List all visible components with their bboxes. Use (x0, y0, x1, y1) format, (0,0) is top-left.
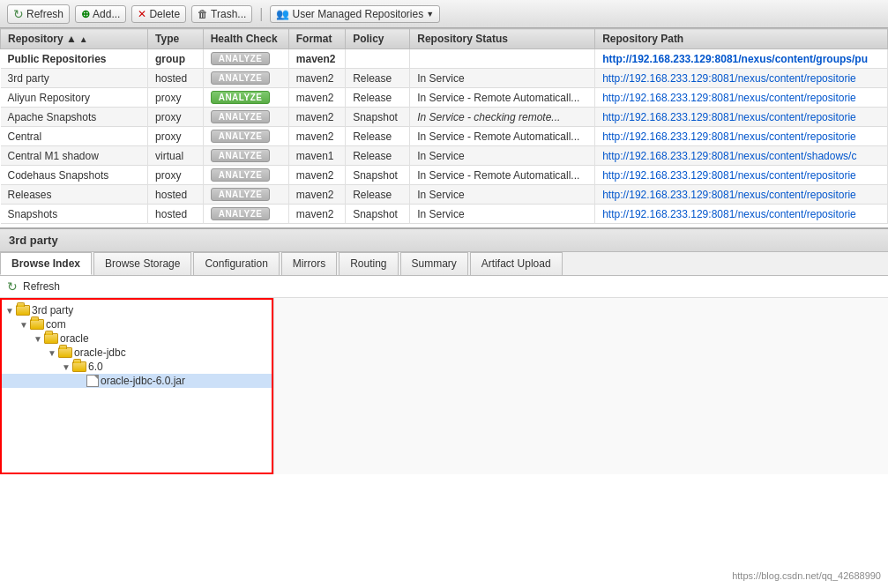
tab-browse-index[interactable]: Browse Index (0, 252, 92, 275)
analyze-button[interactable]: ANALYZE (211, 168, 271, 182)
repo-status: In Service - Remote Automaticall... (410, 127, 595, 146)
table-header-row: Repository ▲ Type Health Check Format Po… (1, 29, 888, 49)
repo-status (410, 49, 595, 69)
tree-item[interactable]: ▼oracle-jdbc (2, 346, 272, 360)
trash-label: Trash... (211, 8, 246, 20)
user-managed-button[interactable]: 👥 User Managed Repositories ▼ (270, 5, 440, 23)
tree-toggle-icon[interactable]: ▼ (48, 348, 58, 358)
analyze-button[interactable]: ANALYZE (211, 188, 271, 201)
repo-health-check: ANALYZE (203, 185, 288, 205)
tree-left: ▼3rd party▼com▼oracle▼oracle-jdbc▼6.0ora… (0, 298, 273, 474)
analyze-button[interactable]: ANALYZE (211, 207, 271, 220)
repo-path[interactable]: http://192.168.233.129:8081/nexus/conten… (595, 166, 888, 185)
file-icon (86, 375, 99, 387)
col-status[interactable]: Repository Status (410, 29, 595, 49)
table-row[interactable]: Apache SnapshotsproxyANALYZEmaven2Snapsh… (1, 108, 888, 127)
repo-type: proxy (148, 108, 204, 127)
repo-name: Releases (1, 185, 148, 205)
tree-item[interactable]: ▼6.0 (2, 360, 272, 374)
repo-name: Central M1 shadow (1, 146, 148, 166)
tab-configuration[interactable]: Configuration (193, 252, 279, 275)
table-row[interactable]: ReleaseshostedANALYZEmaven2ReleaseIn Ser… (1, 185, 888, 205)
analyze-button[interactable]: ANALYZE (211, 130, 271, 143)
col-type[interactable]: Type (148, 29, 204, 49)
repo-path[interactable]: http://192.168.233.129:8081/nexus/conten… (595, 88, 888, 108)
repo-format: maven2 (288, 108, 345, 127)
tab-routing[interactable]: Routing (339, 252, 398, 275)
repo-format: maven1 (288, 146, 345, 166)
tree-item-label: oracle-jdbc-6.0.jar (101, 375, 185, 387)
table-row[interactable]: 3rd partyhostedANALYZEmaven2ReleaseIn Se… (1, 69, 888, 88)
repo-path[interactable]: http://192.168.233.129:8081/nexus/conten… (595, 185, 888, 205)
col-repository[interactable]: Repository ▲ (1, 29, 148, 49)
table-row[interactable]: Public RepositoriesgroupANALYZEmaven2htt… (1, 49, 888, 69)
repo-type: proxy (148, 166, 204, 185)
repo-path[interactable]: http://192.168.233.129:8081/nexus/conten… (595, 108, 888, 127)
repo-path[interactable]: http://192.168.233.129:8081/nexus/conten… (595, 205, 888, 224)
table-row[interactable]: CentralproxyANALYZEmaven2ReleaseIn Servi… (1, 127, 888, 146)
delete-label: Delete (149, 8, 180, 20)
tree-item[interactable]: ▼com (2, 317, 272, 331)
col-policy[interactable]: Policy (346, 29, 410, 49)
repo-path[interactable]: http://192.168.233.129:8081/nexus/conten… (595, 69, 888, 88)
panel-title: 3rd party (0, 229, 888, 252)
table-row[interactable]: Codehaus SnapshotsproxyANALYZEmaven2Snap… (1, 166, 888, 185)
tree-item[interactable]: ▼oracle (2, 331, 272, 346)
repo-path[interactable]: http://192.168.233.129:8081/nexus/conten… (595, 146, 888, 166)
tree-right (273, 298, 888, 474)
add-button[interactable]: ⊕ Add... (75, 5, 126, 23)
repo-policy (346, 49, 410, 69)
tab-browse-storage[interactable]: Browse Storage (93, 252, 191, 275)
tree-item[interactable]: oracle-jdbc-6.0.jar (2, 374, 272, 388)
refresh-button[interactable]: ↻ Refresh (7, 4, 70, 24)
refresh-label: Refresh (26, 8, 63, 20)
delete-button[interactable]: ✕ Delete (131, 5, 186, 23)
col-path[interactable]: Repository Path (595, 29, 888, 49)
folder-icon (30, 319, 44, 330)
table-row[interactable]: SnapshotshostedANALYZEmaven2SnapshotIn S… (1, 205, 888, 224)
repo-path[interactable]: http://192.168.233.129:8081/nexus/conten… (595, 127, 888, 146)
col-format[interactable]: Format (288, 29, 345, 49)
repo-health-check: ANALYZE (203, 127, 288, 146)
analyze-button[interactable]: ANALYZE (211, 91, 271, 104)
tab-artifact-upload[interactable]: Artifact Upload (470, 252, 563, 275)
tree-item-label: 3rd party (32, 304, 73, 316)
trash-icon: 🗑 (198, 8, 208, 20)
repo-health-check: ANALYZE (203, 108, 288, 127)
folder-icon (44, 333, 58, 344)
repo-policy: Release (346, 69, 410, 88)
panel-refresh-icon: ↻ (7, 279, 18, 294)
tree-toggle-icon[interactable]: ▼ (19, 320, 30, 330)
repo-type: group (148, 49, 204, 69)
watermark: https://blog.csdn.net/qq_42688990 (732, 570, 881, 581)
repo-status: In Service (410, 146, 595, 166)
repo-type: proxy (148, 88, 204, 108)
repo-format: maven2 (288, 88, 345, 108)
col-health-check[interactable]: Health Check (203, 29, 288, 49)
tree-toggle-icon[interactable]: ▼ (62, 362, 72, 372)
tree-toggle-icon[interactable]: ▼ (5, 306, 16, 316)
tree-item-label: oracle-jdbc (74, 346, 126, 359)
dropdown-icon: ▼ (426, 10, 434, 19)
analyze-button[interactable]: ANALYZE (211, 110, 271, 123)
trash-button[interactable]: 🗑 Trash... (191, 5, 252, 23)
repo-policy: Snapshot (346, 108, 410, 127)
repo-status: In Service (410, 69, 595, 88)
refresh-icon: ↻ (13, 7, 24, 21)
repo-path[interactable]: http://192.168.233.129:8081/nexus/conten… (595, 49, 888, 69)
analyze-button[interactable]: ANALYZE (211, 71, 271, 85)
tab-mirrors[interactable]: Mirrors (281, 252, 337, 275)
tree-item[interactable]: ▼3rd party (2, 303, 272, 317)
repo-status: In Service - Remote Automaticall... (410, 166, 595, 185)
add-label: Add... (93, 8, 120, 20)
analyze-button[interactable]: ANALYZE (211, 52, 271, 65)
repo-type: hosted (148, 205, 204, 224)
analyze-button[interactable]: ANALYZE (211, 149, 271, 162)
repo-format: maven2 (288, 127, 345, 146)
table-row[interactable]: Central M1 shadowvirtualANALYZEmaven1Rel… (1, 146, 888, 166)
tree-toggle-icon[interactable]: ▼ (34, 334, 44, 344)
tree-item-label: com (46, 318, 66, 331)
repo-health-check: ANALYZE (203, 166, 288, 185)
table-row[interactable]: Aliyun RepositoryproxyANALYZEmaven2Relea… (1, 88, 888, 108)
tab-summary[interactable]: Summary (400, 252, 468, 275)
